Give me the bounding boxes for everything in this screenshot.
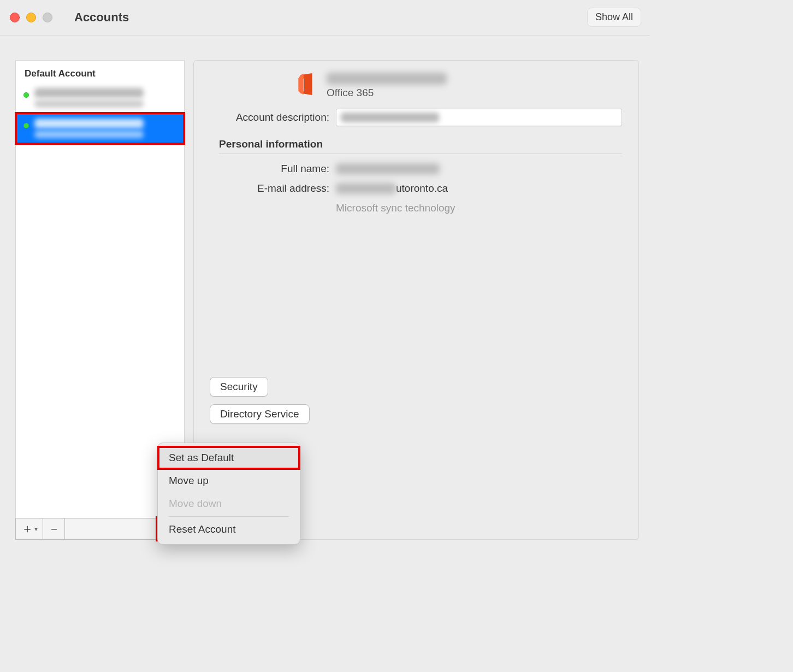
minimize-icon[interactable]: [26, 13, 36, 22]
full-name-value-blur: [336, 163, 440, 174]
menu-separator: [169, 516, 289, 517]
status-dot-icon: [23, 123, 29, 128]
email-prefix-blur: [336, 183, 396, 194]
account-sub-blur: [34, 131, 144, 138]
chevron-down-icon: ▾: [34, 525, 38, 533]
label-full-name: Full name:: [210, 163, 329, 175]
account-display-name-blur: [327, 73, 447, 85]
sync-technology-label: Microsoft sync technology: [336, 202, 622, 214]
remove-account-button[interactable]: －: [43, 518, 65, 539]
office-logo-icon: [295, 73, 318, 96]
detail-buttons: Security Directory Service: [210, 377, 310, 424]
window-title: Accounts: [74, 10, 129, 25]
row-account-description: Account description:: [210, 109, 622, 126]
maximize-icon: [43, 13, 52, 22]
menu-move-up[interactable]: Move up: [158, 469, 300, 492]
label-email: E-mail address:: [210, 182, 329, 194]
toolbar-spacer: [65, 518, 158, 539]
account-item-0[interactable]: [16, 82, 184, 113]
section-personal-info: Personal information: [219, 134, 622, 154]
email-suffix: utoronto.ca: [396, 182, 448, 194]
close-icon[interactable]: [10, 13, 20, 22]
account-name-blur: [34, 88, 144, 98]
label-account-description: Account description:: [210, 111, 329, 123]
window-body: Default Account ＋ ▾ －: [0, 36, 650, 551]
show-all-button[interactable]: Show All: [587, 8, 641, 27]
row-email: E-mail address: utoronto.ca: [210, 182, 622, 194]
menu-move-down: Move down: [158, 492, 300, 515]
account-item-1[interactable]: [16, 113, 184, 144]
account-sub-blur: [34, 100, 144, 108]
minus-icon: －: [48, 521, 60, 537]
more-options-menu: Set as Default Move up Move down Reset A…: [157, 443, 300, 545]
sidebar-heading: Default Account: [16, 61, 184, 82]
input-account-description[interactable]: [336, 109, 622, 126]
menu-set-as-default[interactable]: Set as Default: [158, 446, 300, 469]
accounts-window: Accounts Show All Default Account: [0, 0, 650, 551]
account-type-label: Office 365: [327, 87, 447, 99]
menu-reset-account[interactable]: Reset Account: [158, 518, 300, 541]
add-account-button[interactable]: ＋ ▾: [16, 518, 43, 539]
security-button[interactable]: Security: [210, 377, 268, 397]
directory-service-button[interactable]: Directory Service: [210, 404, 310, 424]
detail-header: Office 365: [295, 73, 622, 99]
plus-icon: ＋: [21, 521, 33, 537]
status-dot-icon: [23, 92, 29, 98]
row-full-name: Full name:: [210, 163, 622, 175]
titlebar: Accounts Show All: [0, 0, 650, 36]
window-controls: [10, 13, 52, 22]
account-description-value-blur: [341, 113, 439, 122]
account-name-blur: [34, 119, 144, 128]
